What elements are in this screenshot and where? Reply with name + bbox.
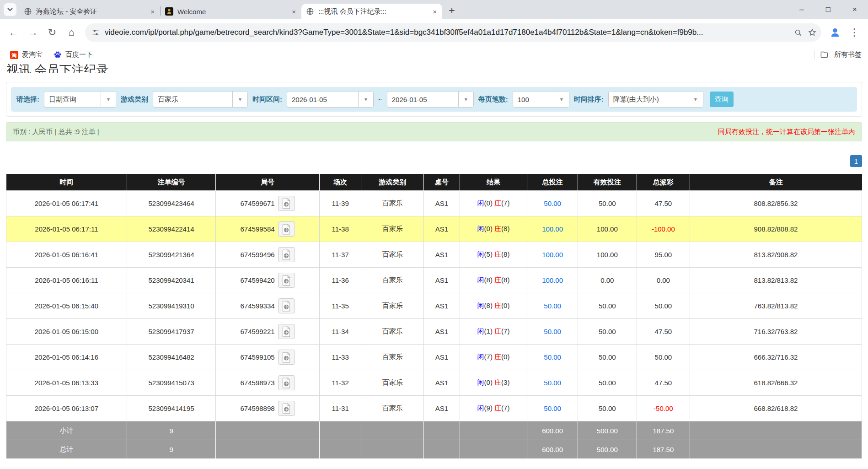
profile-button[interactable] — [826, 23, 844, 42]
total-bet-link[interactable]: 50.00 — [544, 328, 561, 335]
total-bet-link[interactable]: 50.00 — [544, 379, 561, 387]
cell-session: 11-37 — [319, 242, 361, 268]
video-replay-button[interactable] — [278, 298, 295, 313]
per-page-select[interactable]: 100 ▾ — [513, 91, 569, 108]
date-to-select[interactable]: 2026-01-05 ▾ — [387, 91, 474, 108]
video-replay-button[interactable] — [278, 247, 295, 262]
table-row: 2026-01-05 06:17:11523099422414674599584… — [6, 216, 862, 242]
footer-cell: 9 — [127, 421, 216, 440]
tab-close-icon[interactable]: × — [432, 8, 438, 16]
globe-icon — [306, 7, 314, 16]
footer-cell — [216, 440, 319, 459]
cell-table: AS1 — [424, 216, 460, 242]
tab-search-button[interactable] — [4, 3, 16, 16]
footer-cell — [216, 421, 319, 440]
video-icon — [280, 351, 292, 363]
close-button[interactable]: × — [841, 0, 868, 19]
table-row: 2026-01-05 06:14:16523099416482674599105… — [6, 345, 862, 370]
address-bar[interactable]: videoie.com/ipl/portal.php/game/betrecor… — [85, 23, 821, 42]
cell-remark: 813.82/908.82 — [690, 242, 862, 268]
all-bookmarks[interactable]: 所有书签 — [814, 50, 863, 59]
video-replay-button[interactable] — [278, 401, 295, 416]
cell-remark: 908.82/808.82 — [690, 216, 862, 242]
video-replay-button[interactable] — [278, 350, 295, 365]
total-bet-link[interactable]: 50.00 — [544, 302, 561, 310]
col-payout: 总派彩 — [637, 174, 690, 191]
browser-tab-haiyan[interactable]: 海燕论坛 - 安全验证 × — [19, 4, 160, 19]
bookmark-label: 百度一下 — [65, 50, 93, 59]
browser-tab-welcome[interactable]: Welcome × — [161, 4, 301, 19]
back-button[interactable]: ← — [5, 23, 23, 42]
cell-valid-bet: 50.00 — [578, 345, 637, 370]
cell-payout: -50.00 — [637, 396, 690, 421]
total-bet-link[interactable]: 100.00 — [542, 251, 563, 259]
chevron-down-icon: ▾ — [232, 92, 247, 107]
video-replay-button[interactable] — [278, 273, 295, 288]
video-icon — [280, 403, 292, 415]
cell-result: 闲(9) 庄(7) — [460, 396, 527, 421]
cell-bet-id: 523099423464 — [127, 191, 216, 216]
video-icon — [280, 198, 292, 210]
tab-close-icon[interactable]: × — [291, 8, 297, 16]
cell-time: 2026-01-05 06:16:41 — [6, 242, 127, 268]
video-icon — [280, 377, 292, 389]
cell-round: 674598973 — [216, 370, 319, 396]
cell-valid-bet: 100.00 — [578, 242, 637, 268]
cell-round: 674599420 — [216, 268, 319, 293]
bookmark-taobao[interactable]: 淘 爱淘宝 — [5, 50, 47, 59]
cell-payout: 47.50 — [637, 319, 690, 345]
total-bet-link[interactable]: 50.00 — [544, 404, 561, 412]
col-time: 时间 — [6, 174, 127, 191]
footer-cell — [460, 440, 527, 459]
browser-tab-betrecord-active[interactable]: :::视讯 会员下注纪录::: × — [301, 4, 442, 19]
sort-select[interactable]: 降冪(由大到小) ▾ — [608, 91, 703, 108]
total-bet-link[interactable]: 50.00 — [544, 353, 561, 361]
cell-result: 闲(5) 庄(8) — [460, 242, 527, 268]
video-replay-button[interactable] — [278, 375, 295, 390]
cell-table: AS1 — [424, 191, 460, 216]
zoom-icon[interactable] — [794, 28, 803, 37]
cell-bet-id: 523099414195 — [127, 396, 216, 421]
cell-bet-id: 523099421364 — [127, 242, 216, 268]
video-replay-button[interactable] — [278, 221, 295, 237]
new-tab-button[interactable]: + — [445, 4, 459, 17]
date-from-select[interactable]: 2026-01-05 ▾ — [287, 91, 374, 108]
footer-cell: 500.00 — [578, 421, 637, 440]
cell-game: 百家乐 — [361, 370, 424, 396]
query-button[interactable]: 查询 — [710, 92, 734, 107]
cell-session: 11-35 — [319, 293, 361, 319]
maximize-button[interactable]: □ — [815, 0, 841, 19]
bookmarks-bar: 淘 爱淘宝 百度一下 所有书签 — [0, 46, 868, 64]
home-button[interactable]: ⌂ — [62, 23, 80, 42]
browser-toolbar: ← → ↻ ⌂ videoie.com/ipl/portal.php/game/… — [0, 19, 868, 46]
cell-bet-id: 523099416482 — [127, 345, 216, 370]
video-replay-button[interactable] — [278, 196, 295, 211]
total-bet-link[interactable]: 100.00 — [542, 225, 563, 233]
tab-title: Welcome — [177, 8, 287, 16]
bookmark-baidu[interactable]: 百度一下 — [49, 50, 97, 59]
game-type-label: 游戏类别 — [121, 95, 148, 104]
video-icon — [280, 249, 292, 261]
tab-close-icon[interactable]: × — [150, 8, 155, 16]
forward-button[interactable]: → — [24, 23, 42, 42]
table-row: 2026-01-05 06:15:00523099417937674599221… — [6, 319, 862, 345]
col-remark: 备注 — [690, 174, 862, 191]
page-1-button[interactable]: 1 — [850, 155, 862, 167]
video-replay-button[interactable] — [278, 324, 295, 339]
cell-time: 2026-01-05 06:15:40 — [6, 293, 127, 319]
cell-time: 2026-01-05 06:15:00 — [6, 319, 127, 345]
footer-cell — [460, 421, 527, 440]
bookmark-star-icon[interactable] — [808, 28, 817, 37]
minimize-button[interactable]: – — [788, 0, 815, 19]
query-type-select[interactable]: 日期查询 ▾ — [44, 91, 116, 108]
total-bet-link[interactable]: 100.00 — [542, 276, 563, 284]
table-row: 2026-01-05 06:16:11523099420341674599420… — [6, 268, 862, 293]
browser-menu-button[interactable]: ⋮ — [845, 23, 863, 42]
site-info-icon[interactable] — [91, 28, 100, 37]
reload-button[interactable]: ↻ — [43, 23, 61, 42]
footer-cell: 600.00 — [527, 421, 578, 440]
table-row: 2026-01-05 06:17:41523099423464674599671… — [6, 191, 862, 216]
game-type-select[interactable]: 百家乐 ▾ — [153, 91, 248, 108]
total-bet-link[interactable]: 50.00 — [544, 199, 561, 207]
footer-cell — [424, 440, 460, 459]
